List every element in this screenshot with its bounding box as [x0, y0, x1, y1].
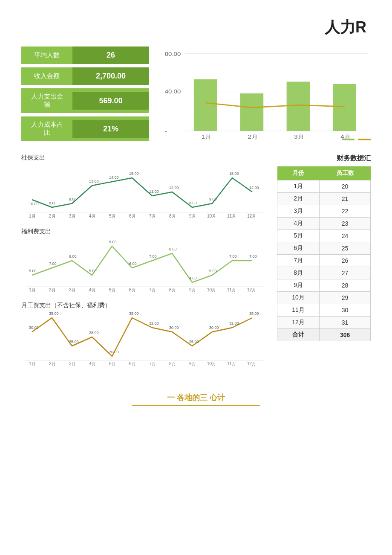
- svg-text:4.00: 4.00: [189, 276, 197, 280]
- svg-text:3月: 3月: [294, 134, 304, 139]
- table-row: 10月29: [277, 292, 371, 304]
- shebao-chart-block: 社保支出 10.00 8.00 9.00 13.00 14.00 15.00 1…: [21, 154, 268, 219]
- shebao-chart-container: 10.00 8.00 9.00 13.00 14.00 15.00 11.00 …: [21, 164, 268, 219]
- table-row: 8月27: [277, 267, 371, 279]
- svg-text:35.00: 35.00: [249, 311, 259, 316]
- svg-text:11.00: 11.00: [149, 189, 159, 194]
- svg-text:2月: 2月: [49, 361, 56, 366]
- table-row: 4月23: [277, 218, 371, 230]
- svg-text:5.00: 5.00: [89, 269, 97, 273]
- svg-text:20.00: 20.00: [109, 350, 119, 354]
- svg-text:8月: 8月: [169, 214, 176, 218]
- summary-card: 人力支出金额 569.00: [21, 88, 149, 113]
- svg-text:11月: 11月: [227, 214, 236, 218]
- table-cell: 3月: [277, 205, 320, 218]
- card-value: 2,700.00: [72, 67, 149, 85]
- svg-text:12.00: 12.00: [249, 186, 259, 190]
- svg-text:15.00: 15.00: [229, 171, 239, 176]
- table-cell: 2月: [277, 193, 320, 205]
- svg-text:5月: 5月: [109, 361, 116, 366]
- svg-text:30.00: 30.00: [29, 325, 39, 330]
- svg-text:10.00: 10.00: [29, 202, 39, 206]
- table-row: 5月24: [277, 230, 371, 242]
- table-cell: 6月: [277, 242, 320, 255]
- svg-text:6月: 6月: [129, 361, 136, 366]
- table-cell: 25: [320, 242, 371, 255]
- left-charts: 社保支出 10.00 8.00 9.00 13.00 14.00 15.00 1…: [21, 154, 268, 375]
- summary-card: 收入金额 2,700.00: [21, 67, 149, 85]
- table-cell: 26: [320, 255, 371, 267]
- svg-text:4月: 4月: [89, 288, 96, 292]
- table-header-month: 月份: [277, 166, 320, 180]
- svg-text:10月: 10月: [207, 214, 216, 218]
- table-row: 12月31: [277, 317, 371, 329]
- svg-text:7月: 7月: [149, 214, 156, 218]
- table-cell: 27: [320, 267, 371, 279]
- table-row: 9月28: [277, 279, 371, 292]
- table-cell: 8月: [277, 267, 320, 279]
- shebao-svg: 10.00 8.00 9.00 13.00 14.00 15.00 11.00 …: [21, 164, 268, 219]
- bar-chart-area: 80.00 40.00 - 1月 2月 3月 4月: [162, 46, 371, 140]
- svg-text:6.00: 6.00: [129, 262, 137, 266]
- card-value: 21%: [72, 120, 149, 138]
- finance-table-title: 财务数据汇: [277, 154, 371, 163]
- svg-rect-8: [287, 82, 310, 131]
- svg-text:8月: 8月: [169, 288, 176, 292]
- svg-text:5.00: 5.00: [29, 269, 37, 273]
- svg-text:4月: 4月: [89, 214, 96, 218]
- table-cell: 23: [320, 218, 371, 230]
- summary-cards: 平均人数 26 收入金额 2,700.00 人力支出金额 569.00 人力成本…: [21, 46, 149, 141]
- svg-text:9月: 9月: [189, 214, 196, 218]
- svg-text:2月: 2月: [49, 288, 56, 292]
- svg-text:4月: 4月: [89, 361, 96, 366]
- table-row: 7月26: [277, 255, 371, 267]
- charts-section: 社保支出 10.00 8.00 9.00 13.00 14.00 15.00 1…: [21, 154, 371, 375]
- svg-text:8月: 8月: [169, 361, 176, 366]
- card-label: 平均人数: [21, 47, 72, 64]
- svg-rect-7: [240, 93, 263, 131]
- card-label: 人力支出金额: [21, 88, 72, 113]
- svg-text:12月: 12月: [247, 214, 256, 218]
- svg-text:9.00: 9.00: [69, 197, 77, 201]
- card-value: 26: [72, 46, 149, 64]
- svg-text:6月: 6月: [129, 288, 136, 292]
- svg-text:7月: 7月: [149, 361, 156, 366]
- svg-text:1月: 1月: [29, 288, 36, 292]
- table-cell: 7月: [277, 255, 320, 267]
- svg-text:2月: 2月: [248, 134, 258, 139]
- svg-text:8.00: 8.00: [189, 201, 197, 205]
- svg-text:11月: 11月: [227, 361, 236, 366]
- shebao-chart-title: 社保支出: [21, 154, 268, 162]
- card-label: 人力成本占比: [21, 116, 72, 141]
- svg-text:35.00: 35.00: [49, 311, 59, 316]
- table-header-employees: 员工数: [320, 166, 371, 180]
- summary-card: 平均人数 26: [21, 46, 149, 64]
- table-cell: 24: [320, 230, 371, 242]
- svg-text:6月: 6月: [129, 214, 136, 218]
- finance-table: 月份 员工数 1月202月213月224月235月246月257月268月279…: [277, 166, 371, 341]
- table-cell: 20: [320, 180, 371, 193]
- svg-text:1月: 1月: [202, 134, 212, 139]
- svg-text:7.00: 7.00: [49, 262, 57, 266]
- svg-text:25.00: 25.00: [69, 340, 79, 344]
- svg-text:9月: 9月: [189, 361, 196, 366]
- svg-text:7.00: 7.00: [249, 254, 257, 259]
- bar-chart-svg: 80.00 40.00 - 1月 2月 3月 4月: [162, 46, 371, 140]
- summary-section: 平均人数 26 收入金额 2,700.00 人力支出金额 569.00 人力成本…: [21, 46, 371, 141]
- table-row: 2月21: [277, 193, 371, 205]
- svg-text:5.00: 5.00: [209, 269, 217, 273]
- svg-text:11月: 11月: [227, 288, 236, 292]
- svg-rect-9: [333, 84, 356, 131]
- svg-text:9.00: 9.00: [209, 197, 217, 201]
- svg-text:12月: 12月: [247, 361, 256, 366]
- svg-text:14.00: 14.00: [109, 175, 119, 180]
- table-cell: 21: [320, 193, 371, 205]
- right-table-section: 财务数据汇 月份 员工数 1月202月213月224月235月246月257月2…: [277, 154, 371, 375]
- table-cell: 10月: [277, 292, 320, 304]
- line-legend-color: [358, 139, 371, 140]
- svg-text:32.00: 32.00: [149, 321, 159, 325]
- svg-text:30.00: 30.00: [169, 325, 179, 330]
- svg-text:30.00: 30.00: [209, 325, 219, 330]
- table-cell: 28: [320, 279, 371, 292]
- table-cell: 5月: [277, 230, 320, 242]
